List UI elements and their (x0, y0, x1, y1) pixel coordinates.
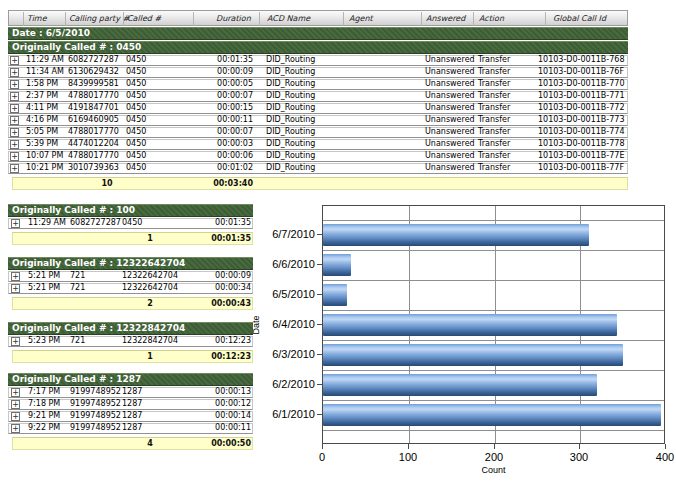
cell-calling-party: 721 (70, 271, 124, 282)
cell-calling-party: 9199748952 (70, 399, 124, 410)
summary-call-count: 1 (115, 232, 185, 245)
column-header-duration[interactable]: Duration (216, 11, 251, 26)
date-group-header: Date : 6/5/2010 (8, 27, 628, 40)
expand-icon[interactable]: + (11, 412, 20, 421)
cell-acd-name: DID_Routing (266, 139, 340, 150)
column-header-action[interactable]: Action (479, 11, 504, 26)
expand-icon[interactable]: + (10, 152, 19, 161)
chart-bar (323, 374, 597, 396)
cell-calling-party: 4191847701 (68, 103, 122, 114)
cell-calling-party: 8439999581 (68, 79, 122, 90)
expand-icon[interactable]: + (10, 68, 19, 77)
column-header-time[interactable]: Time (27, 11, 47, 26)
expand-icon[interactable]: + (10, 80, 19, 89)
expand-icon[interactable]: + (11, 272, 20, 281)
cell-global-call-id: 10103-D0-0011B-771 (538, 91, 624, 102)
expand-icon[interactable]: + (11, 388, 20, 397)
cell-time: 7:17 PM (28, 387, 68, 398)
summary-call-count: 4 (115, 437, 185, 450)
category-label: 6/2/2010 (260, 378, 315, 390)
expand-icon[interactable]: + (10, 128, 19, 137)
chart-plot-area (322, 205, 665, 444)
cell-called-number: 1287 (122, 387, 188, 398)
chart-bar (323, 284, 347, 306)
cell-time: 10:21 PM (26, 163, 66, 174)
summary-total-duration: 00:00:50 (194, 437, 251, 450)
column-separator (343, 12, 344, 26)
cell-duration: 00:00:09 (194, 271, 251, 282)
cell-time: 5:39 PM (26, 139, 66, 150)
cell-duration: 00:00:03 (196, 139, 253, 150)
cell-global-call-id: 10103-D0-0011B-770 (538, 79, 624, 90)
expand-icon[interactable]: + (10, 104, 19, 113)
cell-called-number: 0450 (126, 139, 192, 150)
y-gridline (323, 250, 664, 251)
column-header-acd-name[interactable]: ACD Name (267, 11, 310, 26)
cell-acd-name: DID_Routing (266, 115, 340, 126)
cell-duration: 00:00:07 (196, 91, 253, 102)
summary-call-count: 2 (115, 297, 185, 310)
cell-duration: 00:00:11 (194, 423, 251, 434)
cell-duration: 00:00:15 (196, 103, 253, 114)
column-header-agent[interactable]: Agent (349, 11, 373, 26)
x-tickmark (494, 444, 495, 449)
cell-calling-party: 6082727287 (70, 218, 124, 229)
cell-duration: 00:01:35 (196, 55, 253, 66)
cell-calling-party: 9199748952 (70, 387, 124, 398)
expand-icon[interactable]: + (10, 164, 19, 173)
cell-action: Transfer (478, 115, 530, 126)
group-header: Originally Called # : 12322842704 (8, 322, 253, 335)
column-header-called-[interactable]: Called # (127, 11, 161, 26)
cell-global-call-id: 10103-D0-0011B-76F (538, 67, 624, 78)
y-gridline (323, 370, 664, 371)
column-header-global-call-id[interactable]: Global Call Id (553, 11, 606, 26)
cell-answered: Unanswered (425, 127, 475, 138)
cell-time: 2:37 PM (26, 91, 66, 102)
cell-answered: Unanswered (425, 151, 475, 162)
cell-called-number: 0450 (126, 151, 192, 162)
cell-calling-party: 721 (70, 283, 124, 294)
cell-time: 5:21 PM (28, 271, 68, 282)
cell-called-number: 0450 (126, 115, 192, 126)
cell-calling-party: 6082727287 (68, 55, 122, 66)
expand-icon[interactable]: + (11, 400, 20, 409)
expand-icon[interactable]: + (10, 56, 19, 65)
y-gridline (323, 310, 664, 311)
y-tickmark (317, 234, 322, 235)
cell-action: Transfer (478, 103, 530, 114)
expand-icon[interactable]: + (11, 424, 20, 433)
cell-answered: Unanswered (425, 103, 475, 114)
summary-total-duration: 00:12:23 (194, 350, 251, 363)
x-tick-label: 100 (390, 451, 426, 463)
cell-time: 9:22 PM (28, 423, 68, 434)
cell-called-number: 0450 (126, 127, 192, 138)
cell-global-call-id: 10103-D0-0011B-773 (538, 115, 624, 126)
cell-time: 1:58 PM (26, 79, 66, 90)
cell-action: Transfer (478, 79, 530, 90)
y-tickmark (317, 264, 322, 265)
cell-action: Transfer (478, 55, 530, 66)
x-tick-label: 400 (647, 451, 676, 463)
expand-icon[interactable]: + (11, 284, 20, 293)
expand-icon[interactable]: + (11, 337, 20, 346)
cell-time: 5:21 PM (28, 283, 68, 294)
column-header-calling-party-[interactable]: Calling party # (69, 11, 129, 26)
x-tick-label: 300 (561, 451, 597, 463)
y-gridline (323, 280, 664, 281)
x-tickmark (665, 444, 666, 449)
cell-answered: Unanswered (425, 67, 475, 78)
cell-calling-party: 4788017770 (68, 91, 122, 102)
expand-icon[interactable]: + (10, 140, 19, 149)
expand-icon[interactable]: + (10, 92, 19, 101)
expand-icon[interactable]: + (11, 219, 20, 228)
cell-called-number: 12322642704 (122, 283, 188, 294)
cell-time: 11:34 AM (26, 67, 66, 78)
x-tickmark (408, 444, 409, 449)
expand-icon[interactable]: + (10, 116, 19, 125)
x-axis-label: Count (469, 465, 519, 475)
cell-action: Transfer (478, 139, 530, 150)
cell-time: 5:05 PM (26, 127, 66, 138)
category-label: 6/1/2010 (260, 408, 315, 420)
column-header-answered[interactable]: Answered (426, 11, 465, 26)
cell-answered: Unanswered (425, 91, 475, 102)
